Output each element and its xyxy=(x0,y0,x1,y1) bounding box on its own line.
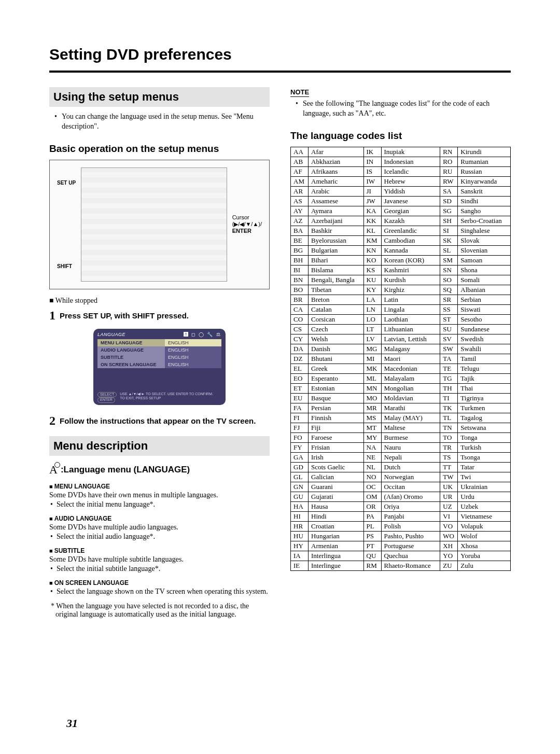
lang-code: DZ xyxy=(291,354,309,364)
option-desc: Some DVDs have their own menus in multip… xyxy=(49,491,270,499)
page-number: 31 xyxy=(66,717,78,730)
lang-code: JI xyxy=(363,186,381,196)
lang-code: ET xyxy=(291,383,309,393)
option-title: AUDIO LANGUAGE xyxy=(49,515,270,522)
lang-code: RO xyxy=(440,157,458,166)
lang-name: Finnish xyxy=(309,413,364,423)
lang-name: Burmese xyxy=(381,432,440,442)
lang-name: Tagalog xyxy=(458,413,511,423)
lang-name: Faroese xyxy=(309,432,364,442)
lang-code: GN xyxy=(291,482,309,492)
option-desc: Some DVDs have multiple subtitle languag… xyxy=(49,555,270,564)
osd-footer-select: SELECT xyxy=(97,392,117,397)
table-row: CSCzechLTLithuanianSUSundanese xyxy=(291,324,511,334)
osd-row: MENU LANGUAGEENGLISH xyxy=(97,339,221,346)
table-row: BHBihariKOKorean (KOR)SMSamoan xyxy=(291,255,511,265)
table-row: HYArmenianPTPortugueseXHXhosa xyxy=(291,541,511,551)
lang-code: BG xyxy=(291,245,309,255)
table-row: HAHausaOROriyaUZUzbek xyxy=(291,501,511,511)
lang-code: NE xyxy=(363,452,381,462)
lang-name: Interlingue xyxy=(309,561,364,570)
lang-code: BI xyxy=(291,265,309,275)
table-row: AFAfrikaansISIcelandicRURussian xyxy=(291,166,511,176)
lang-name: Moldavian xyxy=(381,393,440,403)
lang-name: Estonian xyxy=(309,383,364,393)
lang-code: TA xyxy=(440,354,458,364)
lang-name: Kurdish xyxy=(381,275,440,285)
lang-name: Icelandic xyxy=(381,166,440,176)
lang-name: Sangho xyxy=(458,206,511,216)
lang-code: VI xyxy=(440,511,458,521)
lang-code: SM xyxy=(440,255,458,265)
lang-code: IS xyxy=(363,166,381,176)
lang-name: Hebrew xyxy=(381,176,440,186)
lang-code: TN xyxy=(440,423,458,432)
lang-name: Latvian, Lettish xyxy=(381,334,440,344)
lang-code: HY xyxy=(291,541,309,551)
lang-code: RM xyxy=(363,561,381,570)
lang-code: PT xyxy=(363,541,381,551)
lang-code: AM xyxy=(291,176,309,186)
lang-name: Shona xyxy=(458,265,511,275)
lang-code: HR xyxy=(291,521,309,531)
lang-code: CY xyxy=(291,334,309,344)
lang-name: Twi xyxy=(458,472,511,482)
table-row: IAInterlinguaQUQuechuaYOYoruba xyxy=(291,551,511,561)
lang-code: EL xyxy=(291,364,309,373)
language-codes-table: AAAfarIKInupiakRNKirundiABAbkhazianINInd… xyxy=(290,147,511,571)
lang-code: IN xyxy=(363,157,381,166)
state-while-stopped: ■ While stopped xyxy=(49,297,270,305)
lang-name: Swahili xyxy=(458,344,511,354)
lang-name: Telugu xyxy=(458,364,511,373)
lang-name: Kinyarwanda xyxy=(458,176,511,186)
table-row: DZBhutaniMIMaoriTATamil xyxy=(291,354,511,364)
lang-name: Slovak xyxy=(458,235,511,245)
lang-code: VO xyxy=(440,521,458,531)
osd-row-label: AUDIO LANGUAGE xyxy=(97,346,165,354)
lang-name: Setswana xyxy=(458,423,511,432)
lang-code: ML xyxy=(363,373,381,383)
lang-name: Interlingua xyxy=(309,551,364,561)
table-row: AYAymaraKAGeorgianSGSangho xyxy=(291,206,511,216)
lang-code: AR xyxy=(291,186,309,196)
option-title: MENU LANGUAGE xyxy=(49,483,270,490)
lang-code: MN xyxy=(363,383,381,393)
lang-name: Greek xyxy=(309,364,364,373)
lang-code: NA xyxy=(363,442,381,452)
lang-name: Kannada xyxy=(381,245,440,255)
lang-name: Samoan xyxy=(458,255,511,265)
page-title: Setting DVD preferences xyxy=(49,46,511,73)
lang-code: AY xyxy=(291,206,309,216)
table-row: GUGujaratiOM(Afan) OromoURUrdu xyxy=(291,492,511,501)
lang-name: Zulu xyxy=(458,561,511,570)
lang-code: HI xyxy=(291,511,309,521)
table-row: BGBulgarianKNKannadaSLSlovenian xyxy=(291,245,511,255)
lang-code: ST xyxy=(440,314,458,324)
lang-name: Sesotho xyxy=(458,314,511,324)
lang-name: Sundanese xyxy=(458,324,511,334)
osd-row-value: ENGLISH xyxy=(165,346,221,354)
lang-name: Russian xyxy=(458,166,511,176)
language-menu-heading: :Language menu (LANGUAGE) xyxy=(61,465,190,475)
lang-name: Afar xyxy=(309,147,364,157)
lang-name: Korean (KOR) xyxy=(381,255,440,265)
remote-label-setup: SET UP xyxy=(57,180,76,186)
lang-name: Malagasy xyxy=(381,344,440,354)
lang-name: Pashto, Pushto xyxy=(381,531,440,541)
lang-name: Wolof xyxy=(458,531,511,541)
lang-code: SR xyxy=(440,295,458,304)
lang-code: YO xyxy=(440,551,458,561)
lang-name: Armenian xyxy=(309,541,364,551)
table-row: FIFinnishMSMalay (MAY)TLTagalog xyxy=(291,413,511,423)
table-row: ARArabicJIYiddishSASanskrit xyxy=(291,186,511,196)
lang-name: Turkish xyxy=(458,442,511,452)
language-menu-icon: A xyxy=(49,463,58,477)
option-title: ON SCREEN LANGUAGE xyxy=(49,579,270,587)
lang-code: TS xyxy=(440,452,458,462)
lang-code: ZU xyxy=(440,561,458,570)
lang-name: Rhaeto-Romance xyxy=(381,561,440,570)
note-text: See the following "The language codes li… xyxy=(296,99,511,119)
lang-code: NO xyxy=(363,472,381,482)
lang-code: MY xyxy=(363,432,381,442)
lang-code: SK xyxy=(440,235,458,245)
